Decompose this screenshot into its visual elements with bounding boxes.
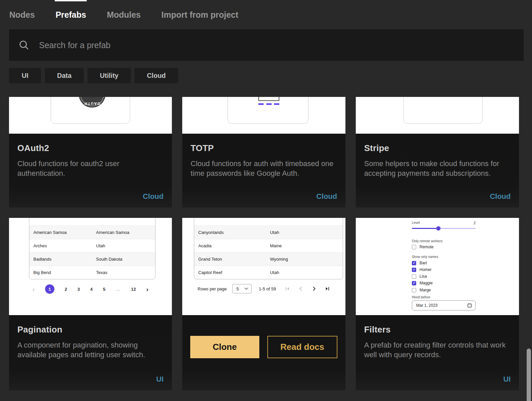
stripe-preview-frame — [404, 97, 483, 124]
chip-data[interactable]: Data — [45, 68, 84, 83]
chip-ui[interactable]: UI — [9, 68, 41, 83]
table-row: Big Bend Texas — [29, 266, 155, 279]
page-5: 5 — [103, 287, 105, 292]
level-slider — [412, 226, 476, 231]
query-table-preview: Canyonlands Utah Acadia Maine Grand Teto… — [182, 218, 345, 315]
table-row: Grand Teton Wyoming — [194, 252, 343, 266]
checkbox-icon — [412, 274, 416, 279]
card-description: A component for pagination, showing avai… — [17, 340, 164, 360]
otp-dashes-icon — [258, 103, 279, 105]
prefab-card-totp[interactable]: TOTP Cloud functions for auth with timeb… — [182, 97, 345, 208]
page-12: 12 — [131, 287, 136, 292]
card-tag: UI — [156, 375, 164, 384]
checkbox-marge: Marge — [412, 287, 431, 293]
chip-utility[interactable]: Utility — [87, 68, 131, 83]
prefab-card-oauth2[interactable]: OAUTH OAuth2 Cloud functions for oauth2 … — [9, 97, 172, 208]
checkbox-checked-icon — [412, 268, 416, 272]
checkbox-icon — [412, 288, 416, 292]
table-row: Badlands South Dakota — [29, 252, 155, 266]
page-1-active: 1 — [45, 284, 54, 294]
table-pager-nav — [285, 286, 330, 291]
table-row: Capitol Reef Utah — [194, 266, 343, 279]
prefab-card-query-table[interactable]: Canyonlands Utah Acadia Maine Grand Teto… — [182, 218, 345, 390]
clone-button[interactable]: Clone — [190, 336, 259, 358]
prev-page-icon — [298, 286, 303, 291]
category-chips: UI Data Utility Cloud — [9, 68, 532, 83]
next-page-icon — [311, 286, 317, 291]
card-title: Pagination — [17, 324, 164, 335]
card-title: OAuth2 — [17, 143, 164, 153]
chip-cloud[interactable]: Cloud — [135, 68, 178, 83]
parks-mini-table: Canyonlands Utah Acadia Maine Grand Teto… — [194, 218, 343, 279]
checkbox-maggie: Maggie — [412, 280, 433, 286]
vertical-scrollbar[interactable] — [527, 349, 531, 401]
calendar-icon — [467, 303, 472, 308]
card-title: TOTP — [191, 143, 337, 153]
first-page-icon — [285, 286, 290, 291]
last-page-icon — [325, 286, 330, 291]
totp-preview-frame — [228, 97, 308, 124]
next-page-icon: › — [146, 286, 148, 292]
card-description: Cloud functions for oauth2 user authenti… — [17, 159, 164, 178]
filters-preview: Level 2 Only remote workers Remote Show … — [356, 218, 519, 315]
rows-per-page-label: Rows per page — [198, 286, 227, 291]
remote-group-label: Only remote workers — [412, 239, 443, 243]
checkbox-icon — [412, 245, 416, 249]
checkbox-checked-icon — [412, 261, 416, 265]
prev-page-icon: ‹ — [32, 286, 34, 292]
mini-pagination-control: ‹ 1 2 3 4 5 … 12 › — [9, 284, 172, 294]
checkbox-remote: Remote — [412, 244, 434, 250]
chevron-down-icon — [244, 287, 248, 290]
search-input[interactable] — [38, 40, 524, 50]
checkbox-lisa: Lisa — [412, 274, 427, 279]
card-title: Filters — [364, 324, 511, 335]
tab-import-from-project[interactable]: Import from project — [162, 10, 239, 20]
parks-mini-table: American Samoa American Samoa Arches Uta… — [29, 218, 156, 279]
search-icon — [18, 39, 30, 51]
pagination-preview: American Samoa American Samoa Arches Uta… — [9, 218, 172, 315]
totp-preview — [182, 97, 345, 134]
checkbox-checked-icon — [412, 281, 416, 285]
stripe-preview — [356, 97, 519, 134]
names-group-label: Show only names — [412, 255, 438, 259]
search-bar[interactable] — [9, 29, 524, 61]
page-2: 2 — [65, 287, 67, 292]
level-value: 2 — [474, 221, 476, 225]
prefab-card-stripe[interactable]: Stripe Some helpers to make cloud functi… — [356, 97, 519, 208]
library-tabs: Nodes Prefabs Modules Import from projec… — [0, 0, 532, 20]
rows-per-page-control: Rows per page 5 1-5 of 59 — [182, 284, 345, 293]
pages-ellipsis: … — [116, 287, 121, 292]
level-label: Level — [412, 221, 420, 225]
hired-before-label: Hired before — [412, 295, 430, 299]
read-docs-button[interactable]: Read docs — [267, 336, 338, 358]
page-4: 4 — [90, 287, 92, 292]
checkbox-homer: Homer — [412, 267, 432, 272]
table-row: Acadia Maine — [194, 239, 343, 252]
range-label: 1-5 of 59 — [259, 286, 276, 291]
date-input: Mar 1, 2023 — [412, 300, 476, 310]
card-description: A prefab for creating filter controls th… — [364, 340, 511, 360]
checkbox-bart: Bart — [412, 260, 427, 266]
otp-input-icon — [258, 97, 279, 101]
card-title: Stripe — [364, 143, 511, 153]
rows-per-page-select: 5 — [232, 284, 252, 293]
card-tag: Cloud — [316, 192, 337, 201]
card-description: Some helpers to make cloud functions for… — [364, 159, 511, 178]
prefab-card-filters[interactable]: Level 2 Only remote workers Remote Show … — [356, 218, 519, 390]
slider-thumb — [436, 226, 441, 231]
table-row: Canyonlands Utah — [194, 226, 343, 239]
card-tag: Cloud — [490, 192, 511, 201]
tab-modules[interactable]: Modules — [107, 10, 141, 20]
table-row: Arches Utah — [29, 239, 155, 252]
card-tag: Cloud — [143, 192, 164, 201]
card-tag: UI — [503, 375, 511, 384]
prefab-card-pagination[interactable]: American Samoa American Samoa Arches Uta… — [9, 218, 172, 390]
table-row: American Samoa American Samoa — [29, 226, 155, 239]
page-3: 3 — [77, 287, 80, 292]
tab-prefabs[interactable]: Prefabs — [55, 10, 86, 20]
card-description: Cloud functions for auth with timebased … — [191, 159, 337, 178]
prefab-grid: OAUTH OAuth2 Cloud functions for oauth2 … — [9, 97, 519, 390]
oauth2-preview: OAUTH — [9, 97, 172, 134]
tab-nodes[interactable]: Nodes — [9, 10, 35, 20]
